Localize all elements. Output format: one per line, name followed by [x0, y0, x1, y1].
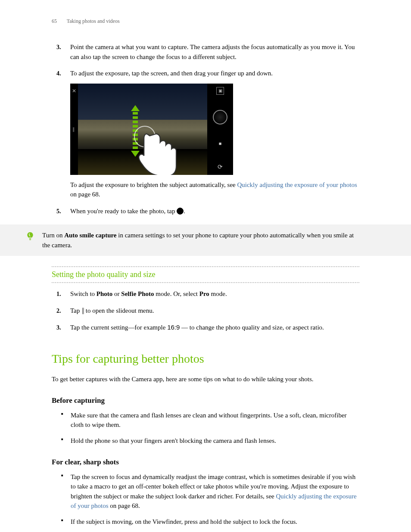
switch-camera-icon: ⟳ — [218, 162, 223, 171]
step-4-followup: To adjust the exposure to brighten the s… — [70, 180, 359, 199]
page-header: 65 Taking photos and videos — [52, 17, 359, 25]
list-item: Hold the phone so that your fingers aren… — [71, 436, 359, 446]
before-capturing-list: Make sure that the camera and flash lens… — [52, 411, 359, 446]
gallery-thumbnail-icon: ▣ — [216, 87, 224, 95]
step-4: To adjust the exposure, tap the screen, … — [62, 68, 359, 199]
step-b3: Tap the current setting—for example 16:9… — [62, 323, 359, 333]
step-5-before-icon: When you're ready to take the photo, tap — [70, 208, 177, 215]
step-4-intro: To adjust the exposure, tap the screen, … — [70, 68, 359, 78]
page-header-title: Taking photos and videos — [67, 18, 120, 24]
step-5-after-icon: . — [184, 208, 185, 215]
slideout-menu-icon: ∥ — [81, 306, 84, 316]
tip-box: Turn on Auto smile capture in camera set… — [0, 224, 411, 256]
shutter-icon — [177, 208, 184, 215]
lightbulb-icon — [26, 231, 34, 243]
tips-intro: To get better captures with the Camera a… — [52, 374, 359, 384]
list-item: Tap the screen to focus and dynamically … — [71, 472, 359, 511]
svg-rect-0 — [29, 238, 31, 239]
heading-before-capturing: Before capturing — [52, 395, 359, 406]
step-b1: Switch to Photo or Selfie Photo mode. Or… — [62, 289, 359, 299]
step-5: When you're ready to take the photo, tap… — [62, 206, 359, 216]
step-3-text: Point the camera at what you want to cap… — [70, 44, 355, 60]
hand-pointer-icon — [138, 130, 186, 175]
steps-list-a: Point the camera at what you want to cap… — [52, 42, 359, 216]
page-number: 65 — [52, 18, 57, 24]
aspect-ratio-label: 16:9 — [167, 324, 180, 331]
subheading-photo-quality: Setting the photo quality and size — [52, 266, 359, 283]
svg-rect-1 — [29, 240, 31, 240]
list-item: Make sure that the camera and flash lens… — [71, 411, 359, 430]
step-4-text-after-link: on page 68. — [70, 191, 100, 198]
step-b2: Tap ∥ to open the slideout menu. — [62, 306, 359, 316]
flash-off-icon: ✕ — [72, 87, 76, 95]
tip-text: Turn on Auto smile capture in camera set… — [42, 230, 359, 250]
heading-clear-sharp: For clear, sharp shots — [52, 457, 359, 468]
slideout-handle-icon: ∥ — [72, 125, 75, 133]
tip-bold: Auto smile capture — [64, 232, 116, 239]
step-4-text-before-link: To adjust the exposure to brighten the s… — [70, 181, 237, 188]
list-item: If the subject is moving, on the Viewfin… — [71, 517, 359, 527]
clear-sharp-list: Tap the screen to focus and dynamically … — [52, 472, 359, 527]
section-heading-tips: Tips for capturing better photos — [52, 350, 359, 368]
shutter-button-icon — [213, 110, 227, 124]
step-3: Point the camera at what you want to cap… — [62, 42, 359, 62]
steps-list-b: Switch to Photo or Selfie Photo mode. Or… — [52, 289, 359, 333]
link-exposure-quick-adjust[interactable]: Quickly adjusting the exposure of your p… — [237, 181, 357, 188]
video-mode-icon: ■ — [219, 140, 222, 147]
camera-exposure-illustration: ✕ ∥ ▣ ■ ⟳ — [70, 84, 233, 175]
